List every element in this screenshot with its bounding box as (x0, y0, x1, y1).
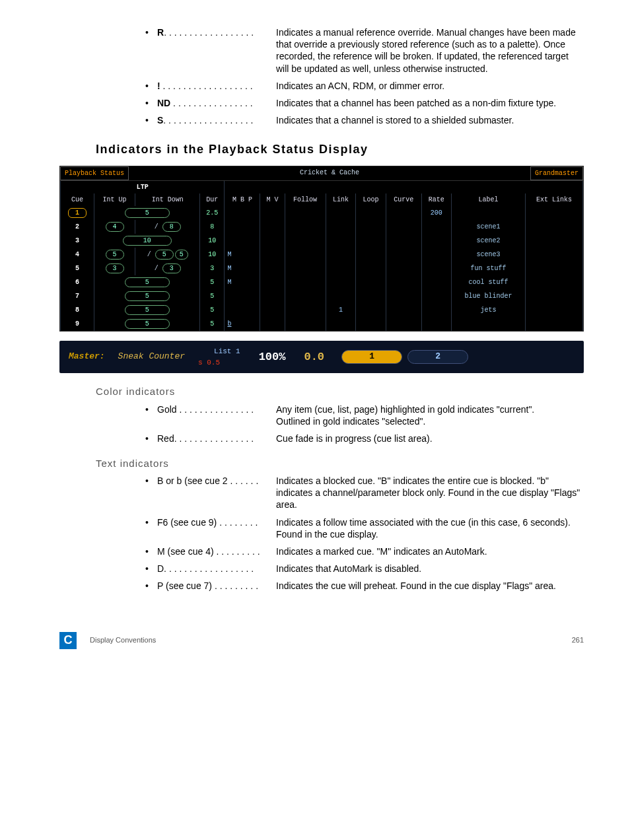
playback-status-screenshot: Playback Status Cricket & Cache Grandmas… (59, 166, 584, 374)
table-row: 955b (61, 317, 583, 331)
definition-row: •Red. . . . . . . . . . . . . . . .Cue f… (145, 433, 584, 444)
definition-row: •D. . . . . . . . . . . . . . . . . .Ind… (145, 563, 584, 575)
top-definition-list: •R. . . . . . . . . . . . . . . . . .Ind… (145, 26, 584, 126)
cue-table: LTP CueInt UpInt DownDurM B PM VFollowLi… (60, 181, 583, 331)
definition-row: •S. . . . . . . . . . . . . . . . . .Ind… (145, 114, 584, 126)
table-row: 8551jets (61, 303, 583, 317)
master-label: Master: (69, 351, 105, 363)
text-definition-list: •B or b (see cue 2 . . . . . .Indicates … (145, 475, 584, 592)
table-row: 655Mcool stuff (61, 275, 583, 289)
definition-row: •B or b (see cue 2 . . . . . .Indicates … (145, 475, 584, 511)
definition-row: •ND . . . . . . . . . . . . . . . .Indic… (145, 97, 584, 109)
percent: 100% (259, 350, 286, 365)
list-label: List 1 (214, 347, 240, 355)
grandmaster-label: Grandmaster (530, 166, 583, 180)
sneak-counter: Sneak Counter (118, 351, 185, 363)
table-row: 755blue blinder (61, 289, 583, 303)
section-heading: Indicators in the Playback Status Displa… (96, 142, 584, 157)
playback-status-label: Playback Status (60, 166, 129, 180)
table-row: 53/ 33Mfun stuff (61, 262, 583, 275)
fader-2-button[interactable]: 2 (407, 350, 468, 364)
appendix-letter: C (59, 632, 77, 649)
definition-row: •Gold . . . . . . . . . . . . . . .Any i… (145, 403, 584, 427)
section-name: Display Conventions (90, 635, 156, 645)
definition-row: •M (see cue 4) . . . . . . . . .Indicate… (145, 545, 584, 557)
table-row: 45/ 5510Mscene3 (61, 248, 583, 262)
table-row: 31010scene2 (61, 234, 583, 248)
fader-1-button[interactable]: 1 (341, 350, 402, 364)
table-row: 152.5200 (61, 206, 583, 220)
page-number: 261 (572, 635, 584, 645)
definition-row: •! . . . . . . . . . . . . . . . . . .In… (145, 80, 584, 92)
color-indicators-heading: Color indicators (96, 385, 584, 398)
master-bar: Master: Sneak Counter List 1 s 0.5 100% … (59, 341, 584, 374)
text-indicators-heading: Text indicators (96, 457, 584, 470)
show-name: Cricket & Cache (129, 166, 530, 180)
page-footer: C Display Conventions 261 (59, 632, 584, 649)
countdown: s 0.5 (198, 359, 220, 367)
zero-value: 0.0 (304, 350, 324, 365)
table-row: 24/ 88scene1 (61, 220, 583, 234)
definition-row: •F6 (see cue 9) . . . . . . . .Indicates… (145, 516, 584, 540)
color-definition-list: •Gold . . . . . . . . . . . . . . .Any i… (145, 403, 584, 445)
definition-row: •P (see cue 7) . . . . . . . . .Indicate… (145, 580, 584, 592)
definition-row: •R. . . . . . . . . . . . . . . . . .Ind… (145, 26, 584, 75)
